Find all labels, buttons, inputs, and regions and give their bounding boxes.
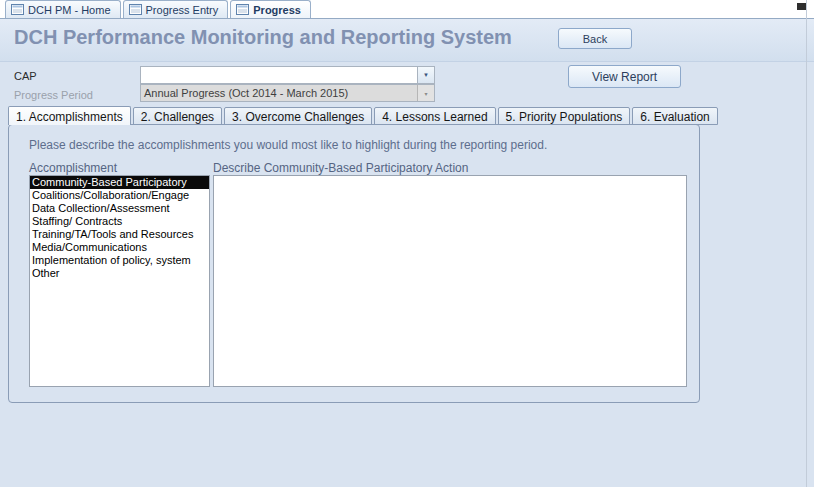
view-report-button[interactable]: View Report bbox=[568, 65, 681, 88]
tab-lessons-learned[interactable]: 4. Lessons Learned bbox=[374, 107, 495, 125]
tab-challenges[interactable]: 2. Challenges bbox=[133, 107, 222, 125]
instruction-text: Please describe the accomplishments you … bbox=[29, 138, 547, 152]
doc-tab-label: DCH PM - Home bbox=[28, 4, 111, 16]
accomplishment-list-label: Accomplishment bbox=[29, 161, 117, 175]
cap-label: CAP bbox=[14, 70, 37, 82]
page-title: DCH Performance Monitoring and Reporting… bbox=[14, 26, 512, 49]
progress-period-combobox: Annual Progress (Oct 2014 - March 2015) … bbox=[140, 84, 435, 102]
accomplishment-listbox[interactable]: Community-Based Participatory Coalitions… bbox=[29, 175, 210, 387]
list-item[interactable]: Data Collection/Assessment bbox=[30, 202, 209, 215]
tab-priority-populations[interactable]: 5. Priority Populations bbox=[498, 107, 631, 125]
tab-evaluation[interactable]: 6. Evaluation bbox=[632, 107, 717, 125]
back-button[interactable]: Back bbox=[558, 28, 632, 49]
list-item[interactable]: Media/Communications bbox=[30, 241, 209, 254]
document-tab-bar: DCH PM - Home Progress Entry Progress bbox=[0, 0, 814, 19]
describe-textarea[interactable] bbox=[213, 175, 687, 387]
doc-tab-progress-entry[interactable]: Progress Entry bbox=[123, 0, 229, 18]
form-icon bbox=[11, 4, 24, 15]
dropdown-arrow-disabled-icon: ▾ bbox=[417, 85, 434, 101]
form-icon bbox=[236, 4, 249, 15]
progress-period-value: Annual Progress (Oct 2014 - March 2015) bbox=[141, 85, 417, 101]
cap-combobox-value bbox=[141, 67, 417, 83]
section-tab-strip: 1. Accomplishments 2. Challenges 3. Over… bbox=[8, 106, 718, 125]
cap-combobox[interactable]: ▼ bbox=[140, 66, 435, 84]
list-item[interactable]: Staffing/ Contracts bbox=[30, 215, 209, 228]
list-item[interactable]: Implementation of policy, system bbox=[30, 254, 209, 267]
list-item[interactable]: Other bbox=[30, 267, 209, 280]
form-icon bbox=[129, 4, 142, 15]
describe-field-label: Describe Community-Based Participatory A… bbox=[213, 161, 468, 175]
doc-tab-label: Progress bbox=[253, 4, 301, 16]
list-item[interactable]: Community-Based Participatory bbox=[30, 176, 209, 189]
doc-tab-dch-pm-home[interactable]: DCH PM - Home bbox=[5, 0, 121, 18]
tab-overcome-challenges[interactable]: 3. Overcome Challenges bbox=[224, 107, 372, 125]
tab-accomplishments[interactable]: 1. Accomplishments bbox=[8, 106, 131, 125]
doc-tab-label: Progress Entry bbox=[146, 4, 219, 16]
list-item[interactable]: Training/TA/Tools and Resources bbox=[30, 228, 209, 241]
scrollbar-fragment bbox=[797, 3, 806, 10]
doc-tab-progress[interactable]: Progress bbox=[230, 0, 311, 18]
window-right-edge bbox=[806, 0, 807, 487]
progress-period-label: Progress Period bbox=[14, 89, 93, 101]
app-window: DCH PM - Home Progress Entry Progress DC… bbox=[0, 0, 814, 495]
accomplishments-panel: Please describe the accomplishments you … bbox=[8, 124, 700, 403]
window-bottom-edge bbox=[0, 487, 814, 495]
dropdown-arrow-icon[interactable]: ▼ bbox=[417, 67, 434, 83]
list-item[interactable]: Coalitions/Collaboration/Engage bbox=[30, 189, 209, 202]
